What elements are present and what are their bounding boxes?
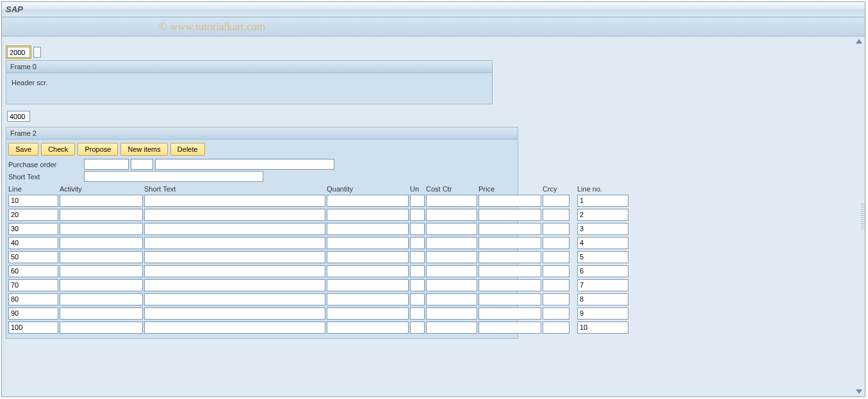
save-button[interactable]: Save bbox=[8, 143, 38, 156]
quantity-cell[interactable] bbox=[327, 195, 409, 207]
short-text-cell[interactable] bbox=[144, 279, 325, 291]
short-text-cell[interactable] bbox=[144, 307, 325, 320]
un-cell[interactable] bbox=[410, 251, 425, 263]
quantity-cell[interactable] bbox=[327, 237, 409, 249]
quantity-cell[interactable] bbox=[327, 293, 409, 305]
cost-ctr-cell[interactable] bbox=[426, 251, 477, 263]
line-cell[interactable] bbox=[8, 251, 58, 263]
line-no-cell[interactable] bbox=[577, 265, 628, 277]
cost-ctr-cell[interactable] bbox=[426, 195, 477, 207]
short-text-cell[interactable] bbox=[144, 322, 325, 334]
quantity-cell[interactable] bbox=[327, 307, 409, 320]
quantity-cell[interactable] bbox=[327, 279, 409, 291]
line-no-cell[interactable] bbox=[577, 293, 628, 305]
quantity-cell[interactable] bbox=[327, 223, 409, 235]
crcy-cell[interactable] bbox=[543, 265, 569, 277]
line-cell[interactable] bbox=[8, 279, 58, 291]
purchase-order-field-3[interactable] bbox=[155, 159, 334, 170]
un-cell[interactable] bbox=[410, 237, 425, 249]
price-cell[interactable] bbox=[479, 293, 541, 305]
quantity-cell[interactable] bbox=[327, 251, 409, 263]
activity-cell[interactable] bbox=[60, 279, 143, 291]
short-text-cell[interactable] bbox=[144, 293, 325, 305]
un-cell[interactable] bbox=[410, 279, 425, 291]
un-cell[interactable] bbox=[410, 209, 425, 221]
crcy-cell[interactable] bbox=[543, 209, 569, 221]
price-cell[interactable] bbox=[479, 209, 541, 221]
cost-ctr-cell[interactable] bbox=[426, 307, 477, 320]
crcy-cell[interactable] bbox=[543, 223, 569, 235]
price-cell[interactable] bbox=[479, 237, 541, 249]
activity-cell[interactable] bbox=[60, 293, 143, 305]
line-no-cell[interactable] bbox=[577, 237, 628, 249]
screen-number-2-input[interactable] bbox=[7, 111, 30, 122]
price-cell[interactable] bbox=[479, 195, 541, 207]
propose-button[interactable]: Propose bbox=[78, 143, 118, 156]
cost-ctr-cell[interactable] bbox=[426, 209, 477, 221]
line-cell[interactable] bbox=[8, 223, 58, 235]
delete-button[interactable]: Delete bbox=[170, 143, 205, 156]
crcy-cell[interactable] bbox=[543, 307, 569, 320]
cost-ctr-cell[interactable] bbox=[426, 237, 477, 249]
cost-ctr-cell[interactable] bbox=[426, 265, 477, 277]
price-cell[interactable] bbox=[479, 307, 541, 320]
purchase-order-field-1[interactable] bbox=[84, 159, 129, 170]
quantity-cell[interactable] bbox=[327, 265, 409, 277]
line-no-cell[interactable] bbox=[577, 223, 628, 235]
scroll-down-icon[interactable] bbox=[856, 389, 862, 394]
activity-cell[interactable] bbox=[60, 251, 143, 263]
short-text-cell[interactable] bbox=[144, 237, 325, 249]
screen-number-0-extra[interactable] bbox=[33, 47, 41, 58]
activity-cell[interactable] bbox=[60, 265, 143, 277]
cost-ctr-cell[interactable] bbox=[426, 322, 477, 334]
activity-cell[interactable] bbox=[60, 307, 143, 320]
check-button[interactable]: Check bbox=[41, 143, 75, 156]
activity-cell[interactable] bbox=[60, 209, 143, 221]
line-no-cell[interactable] bbox=[577, 279, 628, 291]
crcy-cell[interactable] bbox=[543, 195, 569, 207]
price-cell[interactable] bbox=[479, 223, 541, 235]
line-cell[interactable] bbox=[8, 209, 58, 221]
line-cell[interactable] bbox=[8, 265, 58, 277]
un-cell[interactable] bbox=[410, 223, 425, 235]
short-text-cell[interactable] bbox=[144, 251, 325, 263]
un-cell[interactable] bbox=[410, 307, 425, 320]
screen-number-0-input[interactable] bbox=[7, 47, 30, 58]
line-cell[interactable] bbox=[8, 322, 58, 334]
line-no-cell[interactable] bbox=[577, 209, 628, 221]
crcy-cell[interactable] bbox=[543, 293, 569, 305]
purchase-order-field-2[interactable] bbox=[131, 159, 153, 170]
activity-cell[interactable] bbox=[60, 223, 143, 235]
price-cell[interactable] bbox=[479, 279, 541, 291]
new-items-button[interactable]: New items bbox=[120, 143, 167, 156]
activity-cell[interactable] bbox=[60, 195, 143, 207]
un-cell[interactable] bbox=[410, 322, 425, 334]
price-cell[interactable] bbox=[479, 265, 541, 277]
short-text-field[interactable] bbox=[84, 171, 263, 182]
line-cell[interactable] bbox=[8, 195, 58, 207]
un-cell[interactable] bbox=[410, 265, 425, 277]
line-no-cell[interactable] bbox=[577, 322, 628, 334]
un-cell[interactable] bbox=[410, 293, 425, 305]
line-no-cell[interactable] bbox=[577, 251, 628, 263]
short-text-cell[interactable] bbox=[144, 223, 325, 235]
activity-cell[interactable] bbox=[60, 237, 143, 249]
short-text-cell[interactable] bbox=[144, 265, 325, 277]
quantity-cell[interactable] bbox=[327, 322, 409, 334]
activity-cell[interactable] bbox=[60, 322, 143, 334]
crcy-cell[interactable] bbox=[543, 279, 569, 291]
un-cell[interactable] bbox=[410, 195, 425, 207]
crcy-cell[interactable] bbox=[543, 251, 569, 263]
line-no-cell[interactable] bbox=[577, 307, 628, 320]
quantity-cell[interactable] bbox=[327, 209, 409, 221]
scroll-up-icon[interactable] bbox=[856, 39, 862, 44]
line-cell[interactable] bbox=[8, 307, 58, 320]
cost-ctr-cell[interactable] bbox=[426, 293, 477, 305]
crcy-cell[interactable] bbox=[543, 237, 569, 249]
price-cell[interactable] bbox=[479, 251, 541, 263]
line-cell[interactable] bbox=[8, 293, 58, 305]
line-no-cell[interactable] bbox=[577, 195, 628, 207]
price-cell[interactable] bbox=[479, 322, 541, 334]
short-text-cell[interactable] bbox=[144, 209, 325, 221]
cost-ctr-cell[interactable] bbox=[426, 223, 477, 235]
